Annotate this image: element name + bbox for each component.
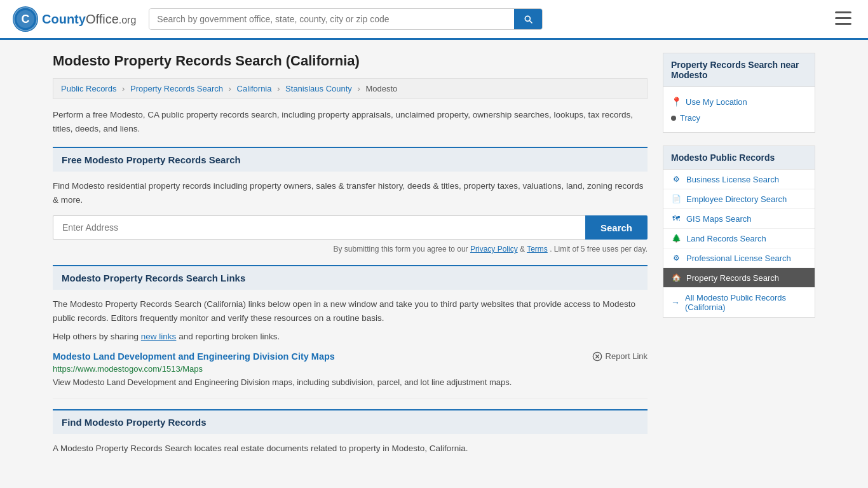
nearby-box-header: Property Records Search near Modesto [663, 53, 815, 87]
global-search-input[interactable] [149, 9, 514, 29]
home-icon: 🏠 [671, 273, 681, 283]
limit-text: . Limit of 5 free uses per day. [550, 245, 648, 254]
all-records-label: All Modesto Public Records (California) [685, 293, 807, 312]
links-section: Modesto Property Records Search Links Th… [53, 265, 648, 399]
share-text: Help others by sharing new links and rep… [53, 332, 648, 341]
public-records-box: Modesto Public Records ⚙ Business Licens… [663, 146, 815, 318]
sidebar-link-label: Professional License Search [686, 254, 791, 263]
global-search-button[interactable] [514, 9, 542, 29]
hamburger-menu-button[interactable] [831, 8, 855, 31]
employee-icon: 📄 [671, 194, 681, 204]
links-section-header: Modesto Property Records Search Links [53, 265, 648, 290]
breadcrumb-sep-3: › [277, 84, 280, 93]
page-description: Perform a free Modesto, CA public proper… [53, 108, 648, 135]
sidebar: Property Records Search near Modesto 📍 U… [663, 53, 815, 456]
find-section-text: A Modesto Property Records Search locate… [53, 442, 648, 456]
use-my-location-label: Use My Location [686, 97, 747, 107]
sidebar-nearby-tracy[interactable]: Tracy [671, 110, 807, 126]
sidebar-link-property-records[interactable]: 🏠 Property Records Search [663, 268, 815, 288]
sidebar-link-label: Property Records Search [686, 273, 779, 283]
gear-icon: ⚙ [671, 174, 681, 184]
location-pin-icon: 📍 [671, 97, 682, 107]
link-item-header: Modesto Land Development and Engineering… [53, 351, 648, 362]
breadcrumb-link-public-records[interactable]: Public Records [61, 84, 116, 93]
link-item-title[interactable]: Modesto Land Development and Engineering… [53, 351, 335, 362]
svg-rect-6 [835, 23, 851, 25]
address-input[interactable] [53, 215, 585, 240]
logo-icon: C [13, 6, 38, 32]
arrow-right-icon: → [671, 297, 680, 308]
terms-link[interactable]: Terms [527, 245, 548, 254]
link-item-url: https://www.modestogov.com/1513/Maps [53, 364, 648, 374]
report-link-label: Report Link [606, 351, 648, 361]
nearby-city-label: Tracy [680, 113, 700, 123]
disclaimer-and: & [520, 245, 527, 254]
free-search-header: Free Modesto Property Records Search [53, 147, 648, 172]
svg-rect-4 [835, 11, 851, 13]
link-item: Modesto Land Development and Engineering… [53, 351, 648, 400]
tree-icon: 🌲 [671, 233, 681, 243]
breadcrumb: Public Records › Property Records Search… [53, 78, 648, 99]
public-records-links: ⚙ Business License Search 📄 Employee Dir… [663, 170, 815, 317]
breadcrumb-link-stanislaus-county[interactable]: Stanislaus County [285, 84, 352, 93]
nearby-box-content: 📍 Use My Location Tracy [663, 87, 815, 132]
new-links-link[interactable]: new links [141, 332, 177, 341]
free-search-description: Find Modesto residential property record… [53, 179, 648, 207]
breadcrumb-current: Modesto [365, 84, 397, 93]
global-search-bar [149, 8, 543, 30]
logo-text: CountyOffice.org [42, 12, 136, 27]
map-icon: 🗺 [671, 214, 681, 224]
sidebar-link-professional-license[interactable]: ⚙ Professional License Search [663, 248, 815, 268]
logo[interactable]: C CountyOffice.org [13, 6, 136, 32]
report-link-button[interactable]: Report Link [592, 351, 648, 362]
site-header: C CountyOffice.org [0, 0, 868, 40]
public-records-box-header: Modesto Public Records [663, 146, 815, 170]
breadcrumb-sep-2: › [229, 84, 231, 93]
find-section-header: Find Modesto Property Records [53, 409, 648, 434]
find-section: Find Modesto Property Records A Modesto … [53, 409, 648, 456]
sidebar-all-records-link[interactable]: → All Modesto Public Records (California… [663, 288, 815, 317]
breadcrumb-sep-4: › [358, 84, 360, 93]
sidebar-link-label: Land Records Search [686, 234, 766, 243]
svg-rect-5 [835, 17, 851, 19]
location-dot-icon [671, 116, 676, 121]
nearby-box: Property Records Search near Modesto 📍 U… [663, 53, 815, 133]
disclaimer-text: By submitting this form you agree to our [334, 245, 468, 254]
page-wrapper: Modesto Property Records Search (Califor… [40, 40, 828, 468]
page-title: Modesto Property Records Search (Califor… [53, 53, 648, 69]
breadcrumb-sep-1: › [122, 84, 125, 93]
sidebar-link-business-license[interactable]: ⚙ Business License Search [663, 170, 815, 189]
main-content: Modesto Property Records Search (Califor… [53, 53, 648, 456]
professional-icon: ⚙ [671, 253, 681, 263]
free-search-section: Free Modesto Property Records Search Fin… [53, 147, 648, 254]
use-my-location-link[interactable]: 📍 Use My Location [671, 93, 807, 110]
sidebar-link-employee-directory[interactable]: 📄 Employee Directory Search [663, 189, 815, 209]
sidebar-link-label: Business License Search [686, 175, 779, 184]
breadcrumb-link-california[interactable]: California [237, 84, 272, 93]
privacy-policy-link[interactable]: Privacy Policy [470, 245, 518, 254]
sidebar-link-land-records[interactable]: 🌲 Land Records Search [663, 229, 815, 248]
link-item-description: View Modesto Land Development and Engine… [53, 376, 648, 389]
links-description: The Modesto Property Records Search (Cal… [53, 297, 648, 325]
svg-text:C: C [22, 13, 30, 25]
form-disclaimer: By submitting this form you agree to our… [53, 245, 648, 254]
breadcrumb-link-property-records-search[interactable]: Property Records Search [130, 84, 223, 93]
sidebar-link-label: GIS Maps Search [686, 214, 752, 224]
sidebar-link-label: Employee Directory Search [686, 194, 787, 204]
sidebar-link-gis-maps[interactable]: 🗺 GIS Maps Search [663, 209, 815, 229]
address-search-button[interactable]: Search [585, 215, 648, 240]
address-search-form: Search [53, 215, 648, 240]
